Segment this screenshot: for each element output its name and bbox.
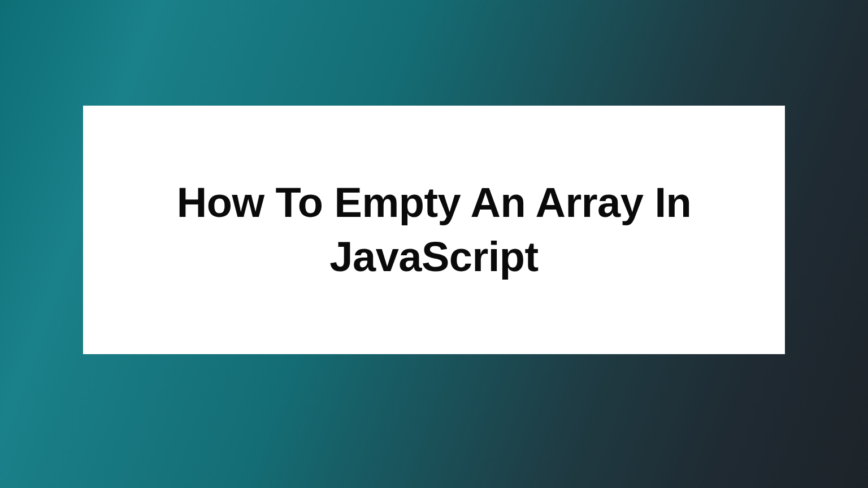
- title-card: How To Empty An Array In JavaScript: [83, 106, 785, 354]
- title-heading: How To Empty An Array In JavaScript: [83, 176, 785, 284]
